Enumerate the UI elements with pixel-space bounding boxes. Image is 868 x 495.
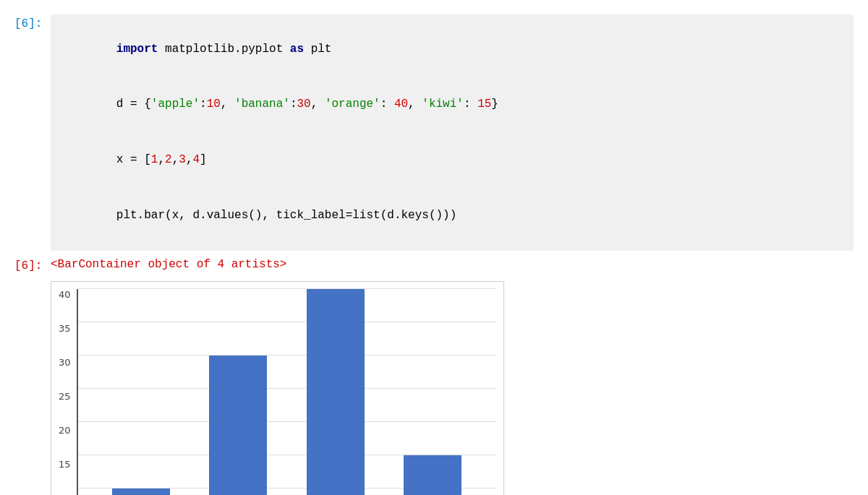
string-banana: 'banana': [234, 98, 290, 111]
code-line-4: plt.bar(x, d.values(), tick_label=list(d…: [61, 188, 843, 244]
code-text: ,: [311, 98, 325, 111]
bar-orange: [307, 289, 365, 495]
input-label: [6]:: [14, 14, 51, 30]
bars-and-grid: [77, 289, 496, 495]
code-line-2: d = {'apple':10, 'banana':30, 'orange': …: [61, 77, 843, 133]
string-orange: 'orange': [325, 98, 380, 111]
string-kiwi: 'kiwi': [422, 98, 464, 111]
bar-kiwi: [404, 455, 461, 495]
bar-group-kiwi: [404, 289, 461, 495]
code-text: ,: [408, 98, 422, 111]
chart-inner: 40 35 30 25 20 15 10 5 0: [59, 289, 496, 495]
keyword-as: as: [290, 43, 304, 56]
num-2: 2: [165, 153, 172, 166]
y-label-35: 35: [59, 323, 71, 334]
chart-plot-area: apple banana orange kiwi: [77, 289, 496, 495]
code-text: ]: [200, 153, 207, 166]
keyword-import: import: [116, 43, 158, 56]
num-3: 3: [179, 153, 186, 166]
code-text: :: [380, 98, 394, 111]
chart-wrapper: 40 35 30 25 20 15 10 5 0: [51, 281, 504, 495]
y-label-25: 25: [59, 391, 71, 402]
notebook: [6]: import matplotlib.pyplot as plt d =…: [14, 14, 854, 495]
y-axis-labels: 40 35 30 25 20 15 10 5 0: [59, 289, 77, 495]
num-40: 40: [394, 98, 408, 111]
code-text: plt: [304, 43, 331, 56]
bar-group-orange: [307, 289, 365, 495]
string-apple: 'apple': [151, 98, 200, 111]
num-15: 15: [477, 98, 491, 111]
code-text: :: [464, 98, 477, 111]
code-text: :: [200, 98, 207, 111]
code-text: matplotlib.pyplot: [158, 43, 289, 56]
output-label: [6]:: [14, 257, 51, 272]
output-text: <BarContainer object of 4 artists>: [51, 257, 286, 271]
y-label-30: 30: [59, 357, 71, 368]
num-30: 30: [297, 98, 310, 111]
code-text: plt.bar(x, d.values(), tick_label=list(d…: [116, 209, 456, 222]
code-text: }: [491, 98, 498, 111]
code-text: ,: [221, 98, 234, 111]
bar-banana: [209, 356, 267, 495]
code-text: ,: [158, 153, 165, 166]
input-cell: [6]: import matplotlib.pyplot as plt d =…: [14, 14, 854, 251]
code-block[interactable]: import matplotlib.pyplot as plt d = {'ap…: [51, 14, 854, 251]
bars-row: [78, 289, 496, 495]
bar-group-banana: [209, 289, 267, 495]
y-label-15: 15: [59, 459, 71, 470]
code-line-3: x = [1,2,3,4]: [61, 133, 843, 189]
code-text: x = [: [116, 153, 151, 166]
num-1: 1: [151, 153, 158, 166]
code-text: d = {: [116, 98, 151, 111]
code-text: ,: [172, 153, 179, 166]
bar-apple: [112, 488, 170, 495]
y-label-40: 40: [59, 289, 71, 300]
chart-cell: 40 35 30 25 20 15 10 5 0: [51, 281, 854, 495]
num-4: 4: [192, 153, 200, 166]
output-cell: [6]: <BarContainer object of 4 artists>: [14, 257, 854, 272]
y-label-20: 20: [59, 425, 71, 436]
num-10: 10: [207, 98, 221, 111]
code-line-1: import matplotlib.pyplot as plt: [61, 22, 843, 77]
bar-group-apple: [112, 289, 170, 495]
